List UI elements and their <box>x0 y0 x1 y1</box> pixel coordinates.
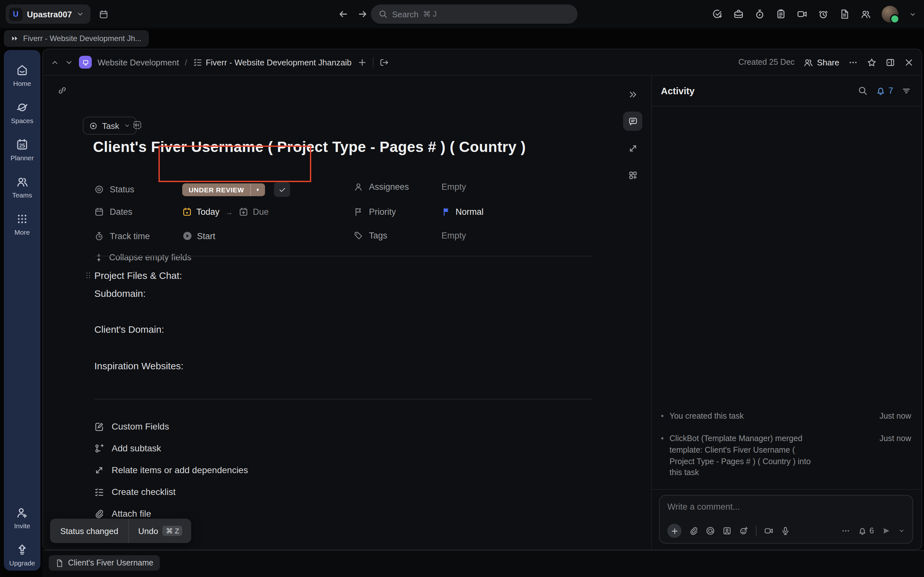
bell-icon <box>858 526 867 535</box>
dates-calendar-icon <box>94 207 104 217</box>
copy-link-icon[interactable] <box>58 86 67 95</box>
notepad-icon[interactable] <box>776 9 786 19</box>
comments-icon[interactable] <box>623 111 642 131</box>
sidebar-layout-icon[interactable] <box>885 57 895 67</box>
new-task-icon[interactable] <box>712 9 722 19</box>
search-icon <box>379 10 388 19</box>
attach-paperclip-icon[interactable] <box>689 526 698 535</box>
relationships-icon[interactable] <box>623 139 642 158</box>
workspace-switcher[interactable]: U Upastra007 <box>6 5 90 24</box>
status-field-label: Status <box>94 185 182 194</box>
emoji-icon[interactable] <box>739 526 748 535</box>
task-title[interactable]: Client's Fiver Username ( Project Type -… <box>93 139 600 156</box>
start-timer-value[interactable]: Start <box>197 231 215 241</box>
collapse-icon <box>94 253 103 262</box>
task-type-icon <box>89 121 97 130</box>
filter-icon[interactable] <box>901 86 911 95</box>
start-date-value[interactable]: Today <box>196 207 220 217</box>
add-tab-plus-icon[interactable] <box>357 57 367 67</box>
collapse-empty-fields-button[interactable]: Collapse empty fields <box>94 253 192 262</box>
space-badge-icon[interactable] <box>79 56 92 69</box>
favorite-star-icon[interactable] <box>867 57 877 67</box>
user-avatar[interactable] <box>882 6 898 23</box>
assignees-value[interactable]: Empty <box>441 182 466 192</box>
mark-complete-button[interactable] <box>274 182 290 197</box>
next-status-icon[interactable] <box>250 183 265 196</box>
document-icon <box>55 559 63 567</box>
mention-at-icon[interactable] <box>706 526 715 535</box>
people-icon[interactable] <box>861 9 871 19</box>
task-type-dropdown[interactable]: Task <box>83 117 136 135</box>
left-sidebar: Home Spaces 25 Planner Teams More Invite… <box>4 50 40 571</box>
next-task-chevron-icon[interactable] <box>65 58 73 66</box>
sidebar-item-teams[interactable]: Teams <box>12 176 32 199</box>
description-line-4[interactable]: Inspiration Websites: <box>94 360 543 371</box>
back-arrow-icon[interactable] <box>338 9 349 19</box>
insert-image-icon[interactable] <box>722 526 732 535</box>
open-in-new-icon[interactable] <box>379 57 389 67</box>
relate-items-button[interactable]: Relate items or add dependencies <box>94 459 351 481</box>
custom-fields-button[interactable]: Custom Fields <box>94 416 351 437</box>
close-icon[interactable] <box>904 57 914 67</box>
assignees-field-label: Assignees <box>354 182 441 192</box>
description-line-1[interactable]: Project Files & Chat: <box>94 270 543 281</box>
tag-icon <box>354 231 363 240</box>
prev-task-chevron-icon[interactable] <box>51 58 59 66</box>
drag-handle-icon[interactable] <box>84 271 92 279</box>
add-subtask-button[interactable]: Add subtask <box>94 437 351 459</box>
sidebar-item-spaces[interactable]: Spaces <box>11 101 33 124</box>
priority-value[interactable]: Normal <box>456 207 483 217</box>
add-attachment-plus-button[interactable] <box>667 524 682 538</box>
tags-value[interactable]: Empty <box>441 231 466 240</box>
docs-icon[interactable] <box>839 9 850 19</box>
paperclip-icon <box>94 509 104 518</box>
divider <box>756 526 756 536</box>
comment-input[interactable]: Write a comment... <box>659 495 913 544</box>
activity-feed: • You created this task Just now • Click… <box>651 400 921 490</box>
due-date-value[interactable]: Due <box>253 207 269 217</box>
activity-search-icon[interactable] <box>858 86 868 95</box>
status-badge[interactable]: UNDER REVIEW <box>182 183 265 196</box>
comment-more-icon[interactable] <box>841 526 850 535</box>
open-task-tab[interactable]: Fiverr - Website Development Jh... <box>4 30 149 47</box>
subtask-icon <box>94 443 104 453</box>
notifications-bell-button[interactable]: 7 <box>876 86 893 95</box>
undo-button[interactable]: Undo ⌘ Z <box>129 526 192 536</box>
sidebar-item-planner[interactable]: 25 Planner <box>11 139 34 161</box>
briefcase-icon[interactable] <box>733 9 744 19</box>
search-input[interactable]: Search ⌘ J <box>371 5 577 24</box>
sidebar-item-invite[interactable]: Invite <box>14 506 30 530</box>
track-time-field-label: Track time <box>94 231 182 241</box>
send-comment-icon[interactable] <box>882 526 891 535</box>
sidebar-item-more[interactable]: More <box>15 213 30 236</box>
description-line-2[interactable]: Subdomain: <box>94 288 543 299</box>
priority-normal-flag-icon <box>441 207 451 217</box>
avatar-chevron-icon[interactable] <box>909 11 916 18</box>
minimized-task-tab[interactable]: Client's Fiver Username <box>49 555 160 571</box>
send-options-chevron-icon[interactable] <box>898 528 905 534</box>
start-timer-play-icon <box>182 231 192 241</box>
breadcrumb-space[interactable]: Website Development <box>97 57 179 67</box>
calendar-icon[interactable] <box>99 9 108 19</box>
chevron-down-icon <box>76 10 84 18</box>
reminder-icon[interactable] <box>818 9 829 19</box>
share-button[interactable]: Share <box>804 57 839 67</box>
task-id-icon[interactable] <box>132 120 142 130</box>
more-options-icon[interactable] <box>848 57 858 67</box>
breadcrumb-task[interactable]: Fiverr - Website Development Jhanzaib <box>193 57 352 67</box>
comment-toolbar: 6 <box>667 524 905 538</box>
comment-watchers-bell[interactable]: 6 <box>858 526 874 535</box>
record-video-icon[interactable] <box>797 9 807 19</box>
create-checklist-button[interactable]: Create checklist <box>94 481 351 503</box>
apps-add-icon[interactable] <box>623 165 642 185</box>
description-line-3[interactable]: Client's Domain: <box>94 324 543 335</box>
sidebar-item-home[interactable]: Home <box>13 64 31 87</box>
task-header: Website Development / Fiverr - Website D… <box>43 49 921 76</box>
forward-arrow-icon[interactable] <box>357 9 368 19</box>
voice-clip-mic-icon[interactable] <box>781 526 790 535</box>
timer-icon[interactable] <box>754 9 765 19</box>
record-clip-icon[interactable] <box>764 526 773 535</box>
collapse-panel-icon[interactable] <box>623 85 642 104</box>
task-window: Website Development / Fiverr - Website D… <box>42 49 922 550</box>
sidebar-item-upgrade[interactable]: Upgrade <box>9 544 35 567</box>
